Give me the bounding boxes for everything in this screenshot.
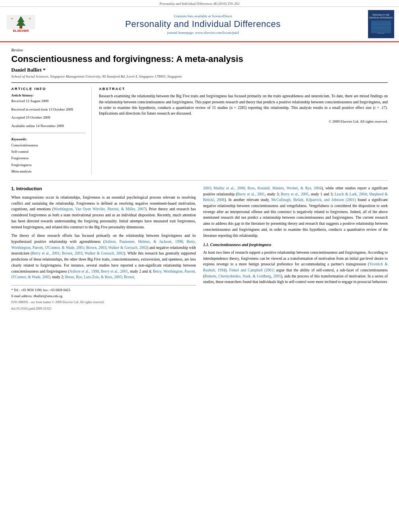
cite-ashton98: Ashton et al., 1998 [70, 269, 99, 273]
cite-maltby: Maltby et al., 2008 [214, 186, 245, 190]
cite-brown2003: Brown, 2003 [86, 246, 106, 250]
subsection-heading: 1.1. Conscientiousness and forgivingness [203, 242, 388, 248]
sciencedirect-text: Contents lists available at ScienceDirec… [42, 14, 364, 18]
svg-point-5 [11, 18, 13, 19]
svg-text:PERSONALITY AND: PERSONALITY AND [372, 14, 390, 16]
main-content: Review Conscientiousness and forgivingne… [0, 42, 399, 317]
revised-date: Received in revised form 13 October 2009 [11, 107, 86, 112]
svg-text:ELSEVIER: ELSEVIER [13, 29, 29, 33]
article-info-abstract: ARTICLE INFO Article history: Received 1… [11, 82, 388, 175]
cite-ashton: Ashton, Paunonen, Helmes, & Jackson, 199… [105, 240, 183, 244]
elsevier-logo: ELSEVIER [5, 13, 37, 36]
keywords-label: Keywords: [11, 137, 86, 141]
svg-text:INDIVIDUAL DIFFERENCES: INDIVIDUAL DIFFERENCES [369, 17, 393, 19]
accepted-date: Accepted 19 October 2009 [11, 115, 86, 120]
cite-berry2001c: Berry et al., 2001 [101, 269, 128, 273]
svg-rect-4 [19, 25, 22, 28]
cite-berry2005-right: Berry et al., 2005 [281, 192, 309, 196]
journal-center-info: Contents lists available at ScienceDirec… [42, 14, 364, 35]
svg-text:Volume 48: Volume 48 [377, 33, 384, 35]
cite-walker2002b: Walker & Gorsuch, 2002 [84, 251, 124, 255]
body-right-column: 2003; Maltby et al., 2008; Ross, Kendall… [203, 185, 388, 311]
keyword-self-control: Self-control [11, 148, 86, 155]
section-label: Review [11, 48, 388, 52]
page-wrapper: Personality and Individual Differences 4… [0, 0, 399, 532]
body-columns: 1. Introduction When transgressions occu… [11, 180, 388, 311]
svg-point-6 [29, 18, 31, 19]
copyright-text: © 2009 Elsevier Ltd. All rights reserved… [99, 119, 388, 123]
right-para1: 2003; Maltby et al., 2008; Ross, Kendall… [203, 185, 388, 238]
cite-berry2001b: Berry et al., 2001 [32, 251, 60, 255]
intro-para1: When transgressions occur in relationshi… [11, 195, 196, 230]
keyword-meta-analysis: Meta-analysis [11, 168, 86, 175]
cite-walker2002: Walker & Gorsuch, 2002 [108, 246, 147, 250]
journal-title: Personality and Individual Differences [42, 19, 364, 29]
footnotes: * Tel.: +65 9650 1190; fax: +65 6828 042… [11, 285, 196, 311]
issn-line: 0191-8869/$ – see front matter © 2009 El… [11, 300, 196, 305]
cite-brown2003c: Brown, [124, 275, 135, 279]
intro-para2: The theory of these research efforts has… [11, 233, 196, 280]
received-date: Received 12 August 2009 [11, 98, 86, 104]
journal-homepage: journal homepage: www.elsevier.com/locat… [42, 31, 364, 35]
svg-rect-11 [371, 21, 391, 33]
doi-line: doi:10.1016/j.paid.2009.10.021 [11, 306, 196, 311]
available-date: Available online 14 November 2009 [11, 123, 86, 129]
keywords-list: Conscientiousness Self-control Forgivene… [11, 142, 86, 175]
divider [11, 133, 86, 133]
journal-thumbnail: PERSONALITY AND INDIVIDUAL DIFFERENCES V… [368, 10, 394, 38]
affiliation: School of Social Sciences, Singapore Man… [11, 74, 388, 78]
cite-ross: Ross, Kendall, Matters, Wrobel, & Rye, 2… [247, 186, 321, 190]
abstract-heading: ABSTRACT [99, 87, 388, 91]
article-history-label: Article history: [11, 93, 86, 97]
cite-leach: Leach & Lark, 2004 [335, 192, 367, 196]
cite-berry2001-right: Berry et al., 2001 [237, 192, 265, 196]
cite-brown2003-right: 2003 [203, 186, 211, 190]
article-info-column: ARTICLE INFO Article history: Received 1… [11, 87, 92, 175]
abstract-text: Research examining the relationship betw… [99, 93, 388, 116]
article-title: Conscientiousness and forgivingness: A m… [11, 54, 388, 64]
journal-header: ELSEVIER Contents lists available at Sci… [0, 7, 399, 42]
body-left-column: 1. Introduction When transgressions occu… [11, 185, 196, 311]
keyword-forgiveness: Forgiveness [11, 155, 86, 161]
cite-brown2003b: Brown, 2003 [62, 251, 82, 255]
journal-citation: Personality and Individual Differences 4… [160, 2, 240, 6]
cite-mccullough: McCullough, Bellah, Kilpatrick, and John… [271, 198, 356, 202]
article-info-heading: ARTICLE INFO [11, 87, 86, 91]
cite-finkel: Finkel and Campbell (2001) [229, 268, 275, 272]
footnote-email: E-mail address: dballiet@smu.edu.sg. [11, 294, 196, 299]
keyword-forgivingness: Forgivingness [11, 162, 86, 168]
cite-worthington: Worthington, Van Oyen Witvliet, Pietrini… [53, 207, 145, 211]
author-name: Daniel Balliet * [11, 67, 388, 73]
cite-roberts: Roberts, Chernyshenko, Stark, & Goldberg… [204, 274, 281, 278]
right-para2: At least two lines of research support a… [203, 250, 388, 285]
top-bar: Personality and Individual Differences 4… [0, 0, 399, 7]
cite-brose: Brose, Rye, Lutz-Zois, & Ross, 2005 [65, 275, 122, 279]
abstract-column: ABSTRACT Research examining the relation… [99, 87, 388, 175]
keyword-conscientiousness: Conscientiousness [11, 142, 86, 148]
footnote-tel: * Tel.: +65 9650 1190; fax: +65 6828 042… [11, 288, 196, 293]
intro-heading: 1. Introduction [11, 185, 196, 192]
